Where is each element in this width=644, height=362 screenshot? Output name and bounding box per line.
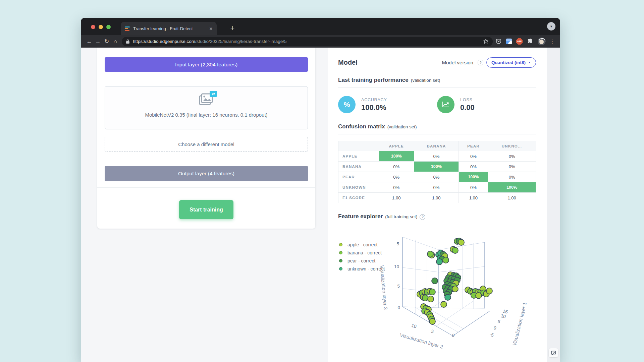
chrome-caret-button[interactable]: ▼ <box>547 22 555 31</box>
svg-text:0: 0 <box>451 333 455 338</box>
legend-item[interactable]: unknown - correct <box>339 266 385 272</box>
svg-text:10: 10 <box>500 313 506 319</box>
home-icon[interactable]: ⌂ <box>111 39 120 44</box>
loss-value: 0.00 <box>460 103 475 112</box>
layer-connector <box>105 157 308 157</box>
extension-icon[interactable] <box>506 39 512 44</box>
svg-text:5: 5 <box>396 241 399 246</box>
confusion-row: UNKNOWN0%0%0%100% <box>338 182 536 193</box>
confusion-cell: 0% <box>379 182 414 193</box>
input-layer-block[interactable]: Input layer (2,304 features) <box>105 57 308 72</box>
data-point[interactable] <box>445 294 451 300</box>
confusion-cell: 0% <box>459 151 488 162</box>
data-point[interactable] <box>427 251 433 257</box>
legend-item[interactable]: apple - correct <box>339 242 385 247</box>
loss-chart-icon <box>437 96 454 113</box>
confusion-cell: 0% <box>379 162 414 172</box>
x-axis-title: Visualization layer 2 <box>399 332 444 350</box>
data-point[interactable] <box>452 286 458 292</box>
confusion-row: F1 SCORE1.001.001.001.00 <box>338 193 536 203</box>
image-model-icon: ⇄ <box>199 93 214 107</box>
accuracy-value: 100.0% <box>361 103 387 112</box>
svg-text:5: 5 <box>497 319 501 324</box>
data-point[interactable] <box>429 289 435 295</box>
browser-tab-bar: Transfer learning - Fruit-Detect × + ▼ <box>81 18 560 35</box>
model-version-help-icon[interactable]: ? <box>478 60 483 65</box>
legend-label: apple - correct <box>347 242 377 247</box>
network-architecture-panel: Input layer (2,304 features) ⇄ <box>81 48 328 362</box>
confusion-row: PEAR0%0%100%0% <box>338 172 536 182</box>
model-version-dropdown[interactable]: Quantized (int8) ▼ <box>486 57 536 68</box>
legend-marker-icon <box>339 243 342 246</box>
output-layer-block[interactable]: Output layer (4 features) <box>105 166 308 181</box>
loss-metric: LOSS 0.00 <box>437 96 536 113</box>
data-point[interactable] <box>458 239 464 245</box>
extensions-puzzle-icon[interactable] <box>527 38 533 45</box>
model-results-panel: Model Model version: ? Quantized (int8) … <box>328 48 547 362</box>
browser-tab[interactable]: Transfer learning - Fruit-Detect × <box>121 22 217 35</box>
card-footer: Start training <box>97 187 315 229</box>
start-training-button[interactable]: Start training <box>179 200 233 219</box>
legend-marker-icon <box>339 251 342 254</box>
new-tab-button[interactable]: + <box>228 23 237 33</box>
minimize-window-button[interactable] <box>99 25 103 29</box>
tab-close-icon[interactable]: × <box>209 26 213 32</box>
chevron-down-icon: ▼ <box>528 61 531 64</box>
data-point[interactable] <box>436 259 442 265</box>
feedback-pencil-icon <box>551 350 556 356</box>
accuracy-label: ACCURACY <box>361 98 387 102</box>
lock-icon <box>126 39 130 44</box>
close-window-button[interactable] <box>91 25 95 29</box>
data-point[interactable] <box>441 301 447 307</box>
data-point[interactable] <box>429 318 435 324</box>
data-point[interactable] <box>452 247 458 253</box>
legend-marker-icon <box>339 267 342 270</box>
bookmark-star-icon[interactable] <box>483 39 489 44</box>
data-point[interactable] <box>486 288 492 294</box>
browser-toolbar: ← → ↻ ⌂ https://studio.edgeimpulse.com/s… <box>81 35 560 48</box>
adblock-plus-icon[interactable]: ABP <box>516 38 523 45</box>
browser-window: Transfer learning - Fruit-Detect × + ▼ ←… <box>81 18 560 362</box>
confusion-row-label: UNKNOWN <box>338 182 379 193</box>
zoom-window-button[interactable] <box>106 25 111 29</box>
feature-explorer-plot[interactable]: apple - correctbanana - correctpear - co… <box>328 235 547 362</box>
percent-icon: % <box>338 96 356 113</box>
page-content: Input layer (2,304 features) ⇄ <box>81 48 560 362</box>
y-axis-title: Visualization layer 1 <box>511 302 528 346</box>
confusion-column-header <box>338 141 379 151</box>
data-point[interactable] <box>443 257 449 263</box>
address-bar[interactable]: https://studio.edgeimpulse.com/studio/20… <box>122 37 493 46</box>
back-icon[interactable]: ← <box>85 39 94 44</box>
scatter-3d-plot[interactable]: 5 10 5 0 10 5 0 15 10 5 0 -5 Vi <box>379 235 543 362</box>
pocket-icon[interactable] <box>495 38 502 45</box>
confusion-cell: 1.00 <box>414 193 459 203</box>
browser-menu-icon[interactable]: ⋮ <box>550 39 555 45</box>
accuracy-metric: % ACCURACY 100.0% <box>338 96 437 113</box>
confusion-cell: 0% <box>414 172 459 182</box>
legend-item[interactable]: pear - correct <box>339 258 385 263</box>
legend-item[interactable]: banana - correct <box>339 250 385 255</box>
data-point[interactable] <box>432 278 438 284</box>
data-point[interactable] <box>428 296 434 302</box>
confusion-cell: 100% <box>488 182 536 193</box>
url-text: https://studio.edgeimpulse.com/studio/20… <box>133 39 483 44</box>
model-version-label: Model version: <box>442 60 475 65</box>
feature-explorer-help-icon[interactable]: ? <box>420 214 425 220</box>
feedback-button[interactable] <box>549 348 558 357</box>
data-point[interactable] <box>476 293 482 299</box>
confusion-cell: 100% <box>379 151 414 162</box>
transfer-model-block[interactable]: ⇄ MobileNetV2 0.35 (final layer: 16 neur… <box>105 86 308 129</box>
confusion-cell: 1.00 <box>459 193 488 203</box>
svg-text:-5: -5 <box>489 332 494 338</box>
reload-icon[interactable]: ↻ <box>102 39 111 44</box>
legend-label: banana - correct <box>347 250 382 255</box>
forward-icon[interactable]: → <box>94 39 102 44</box>
confusion-column-header: APPLE <box>379 141 414 151</box>
data-point[interactable] <box>422 295 428 301</box>
confusion-row-label: APPLE <box>338 151 379 162</box>
profile-avatar[interactable] <box>538 38 545 45</box>
confusion-cell: 0% <box>459 182 488 193</box>
toolbar-extensions: ABP ⋮ <box>495 38 556 45</box>
choose-different-model-button[interactable]: Choose a different model <box>105 137 308 152</box>
transfer-model-label: MobileNetV2 0.35 (final layer: 16 neuron… <box>145 112 267 118</box>
